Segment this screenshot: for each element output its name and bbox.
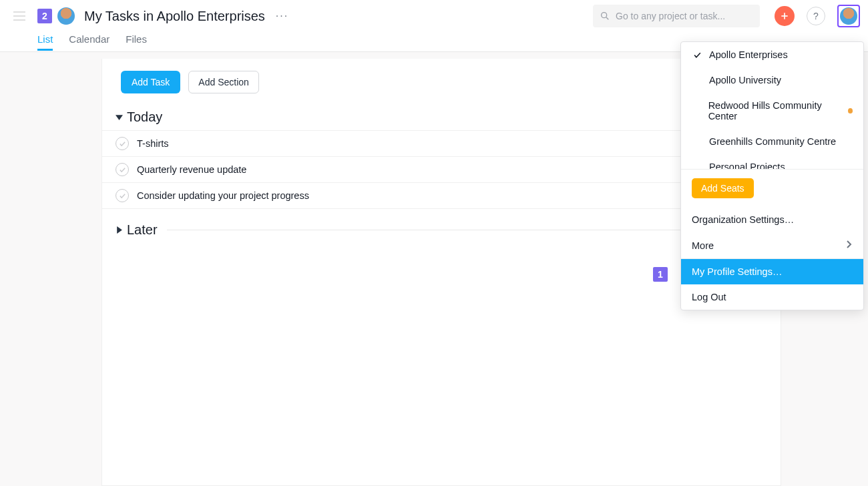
logout-item[interactable]: Log Out <box>681 284 863 310</box>
add-task-button[interactable]: Add Task <box>121 71 180 93</box>
caret-down-icon <box>116 113 123 121</box>
workspace-label: Apollo University <box>709 75 781 85</box>
task-list: T-shirtsAnnual C…Quarterly revenue updat… <box>102 130 781 209</box>
tasks-card: Add Task Add Section Today T-shirtsAnnua… <box>101 59 781 486</box>
workspace-label: Greenhills Community Centre <box>709 136 836 147</box>
task-row[interactable]: Consider updating your project progress <box>102 183 781 209</box>
workspace-label: Redwood Hills Community Center <box>708 100 841 121</box>
org-settings-item[interactable]: Organization Settings… <box>681 207 863 232</box>
svg-point-0 <box>602 13 607 18</box>
complete-toggle[interactable] <box>116 163 129 176</box>
task-name: Consider updating your project progress <box>137 190 767 201</box>
task-toolbar: Add Task Add Section <box>102 59 781 103</box>
workspace-item[interactable]: Apollo Enterprises <box>681 42 863 67</box>
complete-toggle[interactable] <box>116 189 129 202</box>
tab-files[interactable]: Files <box>126 33 147 51</box>
workspace-item[interactable]: Redwood Hills Community Center <box>681 93 863 129</box>
task-name: T-shirts <box>137 138 711 149</box>
notification-dot-icon <box>848 108 853 113</box>
svg-marker-4 <box>116 115 123 120</box>
workspace-label: Apollo Enterprises <box>709 49 788 60</box>
task-row[interactable]: Quarterly revenue updateCompany… <box>102 157 781 183</box>
help-button[interactable]: ? <box>807 7 825 25</box>
logout-label: Log Out <box>692 292 726 302</box>
page-title: My Tasks in Apollo Enterprises <box>84 9 265 24</box>
workspace-item[interactable]: Personal Projects <box>681 154 863 169</box>
app-header: 2 My Tasks in Apollo Enterprises ··· Go … <box>0 0 868 32</box>
search-icon <box>600 11 610 21</box>
profile-settings-item[interactable]: My Profile Settings… <box>681 259 863 284</box>
more-label: More <box>692 240 714 251</box>
workspace-label: Personal Projects <box>709 162 785 169</box>
more-item[interactable]: More <box>681 232 863 258</box>
workspace-list[interactable]: Apollo EnterprisesApollo UniversityRedwo… <box>681 42 863 169</box>
complete-toggle[interactable] <box>116 137 129 150</box>
tutorial-callout-1: 1 <box>653 267 668 282</box>
check-icon <box>119 192 126 200</box>
chevron-right-icon <box>846 240 853 251</box>
svg-marker-5 <box>117 226 122 234</box>
global-add-button[interactable] <box>775 6 795 26</box>
sidebar-toggle[interactable] <box>13 8 29 24</box>
search-placeholder: Go to any project or task... <box>616 11 725 21</box>
profile-dropdown: Apollo EnterprisesApollo UniversityRedwo… <box>680 41 864 310</box>
check-icon <box>692 51 702 59</box>
svg-line-1 <box>606 17 608 19</box>
avatar <box>840 7 857 25</box>
more-actions-icon[interactable]: ··· <box>276 10 288 22</box>
section-today-header[interactable]: Today <box>102 103 781 130</box>
task-row[interactable]: T-shirtsAnnual C… <box>102 130 781 157</box>
task-name: Quarterly revenue update <box>137 164 711 175</box>
add-seats-row: Add Seats <box>681 170 863 207</box>
plus-icon <box>779 11 790 21</box>
check-icon <box>119 140 126 148</box>
section-today-label: Today <box>127 109 162 125</box>
section-later-header[interactable]: Later <box>102 216 781 243</box>
add-section-button[interactable]: Add Section <box>188 71 259 93</box>
section-later-label: Later <box>127 222 158 238</box>
check-icon <box>119 166 126 174</box>
workspace-item[interactable]: Greenhills Community Centre <box>681 129 863 154</box>
profile-settings-label: My Profile Settings… <box>692 266 782 277</box>
tutorial-callout-2: 2 <box>37 9 52 23</box>
caret-right-icon <box>116 226 123 234</box>
org-settings-label: Organization Settings… <box>692 214 794 225</box>
tab-calendar[interactable]: Calendar <box>69 33 110 51</box>
search-input[interactable]: Go to any project or task... <box>593 5 760 27</box>
header-avatar[interactable] <box>57 7 75 25</box>
workspace-item[interactable]: Apollo University <box>681 67 863 93</box>
profile-menu-button[interactable] <box>837 5 860 27</box>
add-seats-button[interactable]: Add Seats <box>692 178 754 198</box>
tab-list[interactable]: List <box>37 33 53 51</box>
